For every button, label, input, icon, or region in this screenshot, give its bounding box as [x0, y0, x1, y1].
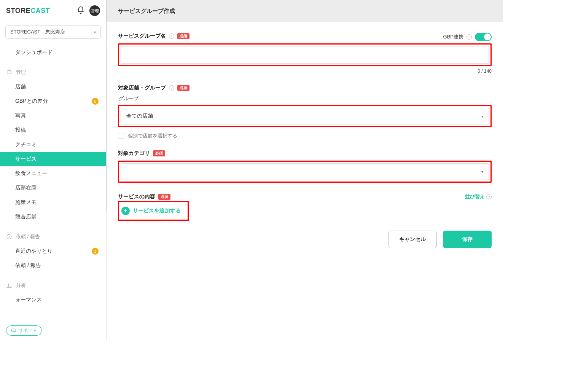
checkbox-label: 個別で店舗を選択する [128, 132, 177, 139]
nav-section-title: 依頼 / 報告 [16, 233, 40, 240]
char-count: 0 / 140 [118, 69, 492, 74]
logo-text-cast: CAST [30, 7, 50, 14]
field-target-store-group: 対象店舗・グループ ? 必須 グループ 全ての店舗 ▾ 個別で店舗を選択する [118, 84, 492, 139]
sub-label-group: グループ [119, 95, 492, 102]
help-icon[interactable]: ? [467, 34, 472, 40]
sidebar-item-reports[interactable]: 依頼 / 報告 [0, 258, 106, 273]
add-service-label: サービスを追加する [133, 207, 181, 214]
sidebar: STORECAST 管理 STORECAST 恵比寿店 ▾ ダッシュボード [0, 0, 107, 341]
nav-section-manage: 管理 [0, 65, 106, 80]
highlight-box: 全ての店舗 ▾ [118, 105, 492, 127]
sidebar-item-performance[interactable]: ォーマンス [0, 293, 106, 307]
main: サービスグループ作成 GBP連携 ? サービスグループ名 ? 必須 0 / 14… [107, 0, 503, 341]
nav-section-request: 依頼 / 報告 [0, 229, 106, 244]
nav-label: ォーマンス [15, 296, 42, 303]
sidebar-item-posts[interactable]: 投稿 [0, 123, 106, 137]
nav-badge: 5 [92, 98, 99, 105]
svg-rect-3 [12, 329, 16, 331]
group-select[interactable]: 全ての店舗 ▾ [121, 108, 489, 124]
plus-circle-icon: + [121, 207, 130, 215]
svg-rect-0 [7, 71, 11, 74]
nav-section-title: 管理 [16, 69, 26, 76]
field-label: サービスグループ名 [118, 33, 166, 40]
add-service-button[interactable]: + サービスを追加する [120, 203, 187, 219]
field-target-category: 対象カテゴリ 必須 ▾ [118, 150, 492, 183]
nav-badge: 1 [92, 248, 99, 255]
gbp-link-toggle-row: GBP連携 ? [443, 33, 492, 41]
store-selector-value: STORECAST 恵比寿店 [10, 29, 65, 35]
save-label: 保存 [462, 236, 473, 243]
field-label: サービスの内容 [118, 193, 155, 200]
app-logo: STORECAST [6, 7, 50, 15]
nav-label: 依頼 / 報告 [15, 262, 41, 269]
sidebar-item-stores[interactable]: 店舗 [0, 80, 106, 94]
svg-point-2 [7, 234, 11, 239]
nav-label: 写真 [15, 112, 26, 119]
nav-label: 直近のやりとり [15, 248, 53, 255]
sidebar-nav: ダッシュボード 管理 店舗 GBPとの差分 5 写真 投稿 クチコミ サービス … [0, 43, 106, 341]
user-avatar-badge[interactable]: 管理 [89, 5, 100, 16]
sidebar-item-service[interactable]: サービス [0, 152, 106, 166]
required-tag: 必須 [158, 194, 170, 200]
nav-section-title: 分析 [16, 282, 26, 289]
help-icon: ? [486, 194, 492, 199]
required-tag: 必須 [153, 150, 165, 156]
page-header: サービスグループ作成 [107, 0, 503, 22]
reorder-label: 並び替え [465, 193, 485, 200]
nav-label: GBPとの差分 [15, 98, 48, 105]
nav-label: サービス [15, 156, 37, 163]
notifications-icon[interactable] [76, 6, 85, 16]
page-title: サービスグループ作成 [118, 8, 175, 15]
chevron-down-icon: ▾ [481, 170, 483, 174]
nav-label: 店頭在庫 [15, 185, 37, 191]
sidebar-item-menu[interactable]: 飲食メニュー [0, 166, 106, 181]
chevron-down-icon: ▾ [481, 114, 483, 118]
field-service-content: サービスの内容 必須 並び替え ? + サービスを追加する [118, 193, 492, 221]
required-tag: 必須 [177, 33, 189, 39]
layers-icon [6, 69, 12, 75]
individual-select-checkbox[interactable]: 個別で店舗を選択する [118, 132, 492, 139]
reorder-link[interactable]: 並び替え ? [465, 193, 492, 200]
svg-rect-1 [8, 70, 11, 71]
action-row: キャンセル 保存 [118, 231, 492, 248]
nav-label: ダッシュボード [15, 49, 53, 56]
nav-section-analysis: 分析 [0, 278, 106, 293]
logo-text-store: STORE [6, 7, 30, 14]
support-label: サポート [19, 327, 37, 334]
cancel-button[interactable]: キャンセル [388, 231, 437, 248]
service-group-name-input[interactable] [121, 46, 489, 64]
sidebar-item-competitors[interactable]: 競合店舗 [0, 210, 106, 224]
required-tag: 必須 [177, 85, 189, 91]
nav-label: 飲食メニュー [15, 170, 47, 177]
field-label: 対象店舗・グループ [118, 84, 166, 91]
toggle-knob [484, 33, 491, 40]
help-icon[interactable]: ? [169, 85, 174, 91]
checkbox-box [118, 133, 124, 139]
nav-label: クチコミ [15, 141, 37, 148]
highlight-box: ▾ [118, 161, 492, 183]
sidebar-item-dashboard[interactable]: ダッシュボード [0, 45, 106, 60]
gbp-link-toggle[interactable] [475, 33, 492, 41]
field-service-group-name: サービスグループ名 ? 必須 0 / 140 [118, 33, 492, 74]
help-icon[interactable]: ? [169, 33, 174, 39]
nav-label: 店舗 [15, 83, 26, 90]
sidebar-item-gbp-diff[interactable]: GBPとの差分 5 [0, 94, 106, 108]
support-button[interactable]: サポート [6, 325, 42, 336]
sidebar-item-photos[interactable]: 写真 [0, 108, 106, 123]
check-circle-icon [6, 234, 12, 240]
cancel-label: キャンセル [399, 236, 426, 243]
sidebar-item-reviews[interactable]: クチコミ [0, 137, 106, 152]
sidebar-item-memo[interactable]: 施策メモ [0, 195, 106, 210]
chevron-down-icon: ▾ [94, 30, 96, 34]
category-select[interactable]: ▾ [121, 163, 489, 180]
sidebar-top: STORECAST 管理 [0, 0, 106, 21]
store-selector[interactable]: STORECAST 恵比寿店 ▾ [5, 25, 101, 39]
save-button[interactable]: 保存 [443, 231, 492, 248]
sidebar-item-recent[interactable]: 直近のやりとり 1 [0, 244, 106, 258]
nav-label: 競合店舗 [15, 214, 37, 220]
group-select-value: 全ての店舗 [126, 113, 153, 120]
nav-label: 投稿 [15, 127, 26, 134]
nav-label: 施策メモ [15, 199, 37, 206]
sidebar-item-inventory[interactable]: 店頭在庫 [0, 181, 106, 195]
gbp-link-label: GBP連携 [443, 33, 463, 40]
